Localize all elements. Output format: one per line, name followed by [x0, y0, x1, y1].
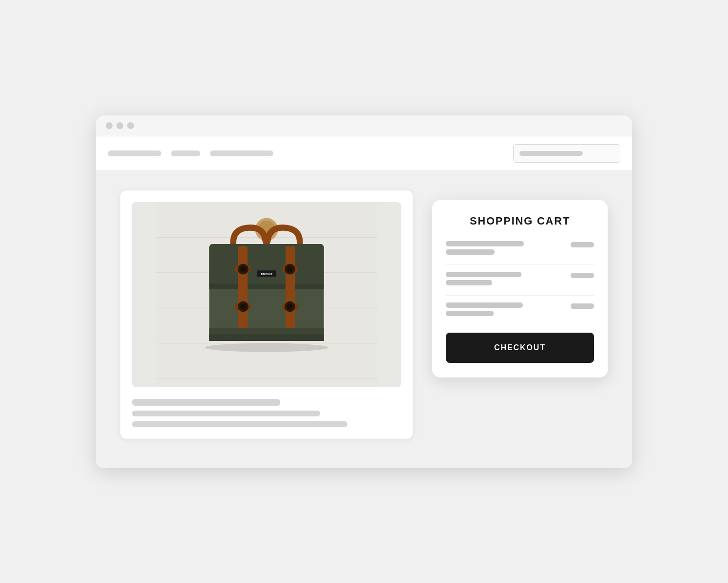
svg-rect-31 [209, 334, 324, 341]
cart-item-2-sub [446, 280, 492, 285]
svg-point-23 [240, 303, 247, 310]
search-box[interactable] [513, 144, 620, 163]
svg-rect-13 [286, 246, 295, 341]
svg-point-25 [287, 303, 293, 310]
cart-item-2-price [571, 273, 594, 278]
cart-item-1-price [571, 242, 594, 247]
product-image: TIMBUK2 [132, 202, 401, 387]
svg-text:TIMBUK2: TIMBUK2 [261, 273, 272, 276]
dot-yellow [116, 122, 123, 129]
product-info [132, 399, 401, 427]
product-title-bar [132, 399, 280, 406]
browser-window: TIMBUK2 SHOPPING CART [96, 115, 632, 468]
cart-title: SHOPPING CART [446, 215, 594, 227]
svg-rect-10 [209, 244, 324, 287]
svg-point-19 [240, 266, 247, 272]
browser-titlebar [96, 115, 632, 136]
cart-item-2-name [446, 272, 521, 277]
browser-navbar [96, 136, 632, 171]
cart-item-1-name [446, 241, 524, 246]
browser-content: TIMBUK2 SHOPPING CART [96, 171, 632, 468]
cart-item-2-details [446, 272, 565, 285]
cart-item-3-price [571, 303, 594, 309]
bag-svg: TIMBUK2 [132, 202, 401, 387]
cart-items [446, 241, 594, 323]
cart-panel: SHOPPING CART [432, 200, 608, 377]
svg-rect-12 [238, 246, 248, 341]
cart-item-3-name [446, 302, 523, 308]
svg-point-21 [287, 266, 293, 272]
nav-links [108, 150, 273, 156]
dot-red [106, 122, 113, 129]
cart-divider-1 [446, 264, 594, 265]
dot-green [127, 122, 134, 129]
cart-item-1-details [446, 241, 565, 255]
cart-divider-2 [446, 295, 594, 296]
svg-point-32 [205, 343, 328, 352]
cart-item-3-sub [446, 311, 494, 316]
cart-item-1-sub [446, 249, 495, 255]
product-desc-bar-1 [132, 411, 320, 416]
nav-link-2[interactable] [171, 150, 200, 156]
product-panel: TIMBUK2 [120, 190, 413, 439]
cart-item-3-details [446, 302, 565, 316]
cart-item-1 [446, 241, 594, 255]
nav-link-3[interactable] [210, 150, 273, 156]
nav-link-1[interactable] [108, 150, 161, 156]
search-inner [519, 151, 583, 156]
svg-rect-11 [209, 283, 324, 289]
product-desc-bar-2 [132, 421, 347, 427]
checkout-button[interactable]: CHECKOUT [446, 333, 594, 363]
cart-item-3 [446, 302, 594, 316]
cart-item-2 [446, 272, 594, 285]
